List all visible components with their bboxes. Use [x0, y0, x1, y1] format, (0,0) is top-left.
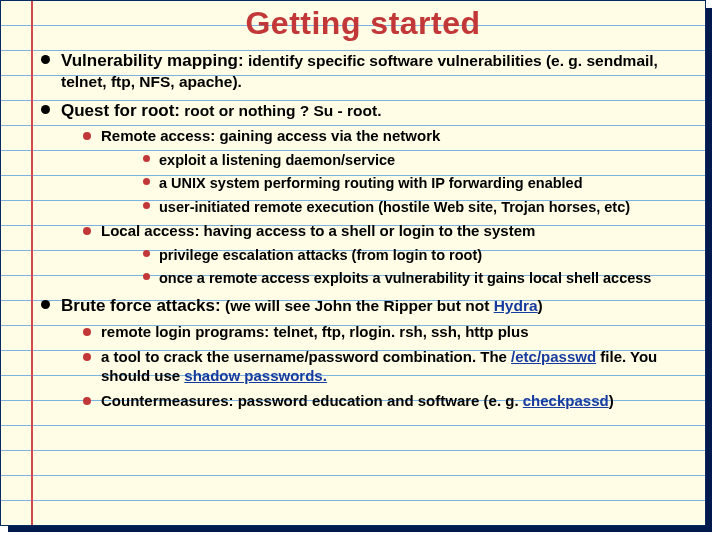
- subsub-privilege-escalation: privilege escalation attacks (from login…: [101, 246, 687, 264]
- slide-content: Getting started Vulnerability mapping: i…: [39, 1, 687, 525]
- sub-remote-access: Remote access: gaining access via the ne…: [61, 127, 687, 216]
- slide: Getting started Vulnerability mapping: i…: [0, 0, 720, 540]
- bullet-brute-force: Brute force attacks: (we will see John t…: [39, 295, 687, 410]
- body-text: ): [538, 297, 543, 314]
- text: a tool to crack the username/password co…: [101, 348, 511, 365]
- subsub-exploit-daemon: exploit a listening daemon/service: [101, 151, 687, 169]
- subsub-gains-shell: once a remote access exploits a vulnerab…: [101, 269, 687, 287]
- lead-text: Vulnerability mapping:: [61, 51, 244, 70]
- bullet-quest-for-root: Quest for root: root or nothing ? Su - r…: [39, 100, 687, 288]
- link-etc-passwd[interactable]: /etc/passwd: [511, 348, 596, 365]
- text: Local access: having access to a shell o…: [101, 222, 535, 239]
- slide-title: Getting started: [39, 1, 687, 42]
- sub-crack-tool: a tool to crack the username/password co…: [61, 348, 687, 386]
- text: ): [609, 392, 614, 409]
- text: Remote access: gaining access via the ne…: [101, 127, 440, 144]
- text: Countermeasures: password education and …: [101, 392, 523, 409]
- body-text: (we will see John the Ripper but not: [221, 297, 494, 314]
- lead-text: Quest for root:: [61, 101, 180, 120]
- paper-background: Getting started Vulnerability mapping: i…: [0, 0, 706, 526]
- sub-remote-login-programs: remote login programs: telnet, ftp, rlog…: [61, 323, 687, 342]
- lead-text: Brute force attacks:: [61, 296, 221, 315]
- sub-countermeasures: Countermeasures: password education and …: [61, 392, 687, 411]
- link-hydra[interactable]: Hydra: [494, 297, 538, 314]
- link-checkpassd[interactable]: checkpassd: [523, 392, 609, 409]
- link-shadow-passwords[interactable]: shadow passwords.: [184, 367, 327, 384]
- sub-local-access: Local access: having access to a shell o…: [61, 222, 687, 287]
- subsub-unix-routing: a UNIX system performing routing with IP…: [101, 174, 687, 192]
- bullet-vulnerability-mapping: Vulnerability mapping: identify specific…: [39, 50, 687, 92]
- subsub-user-initiated: user-initiated remote execution (hostile…: [101, 198, 687, 216]
- bullet-list: Vulnerability mapping: identify specific…: [39, 50, 687, 411]
- body-text: root or nothing ? Su - root.: [180, 102, 381, 119]
